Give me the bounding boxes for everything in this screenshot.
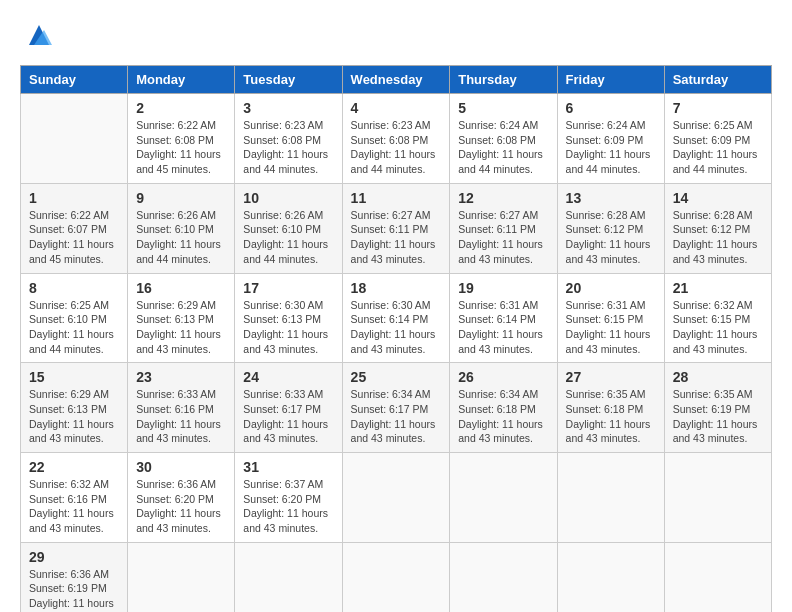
calendar-cell: 12Sunrise: 6:27 AMSunset: 6:11 PMDayligh…: [450, 183, 557, 273]
calendar-cell: 18Sunrise: 6:30 AMSunset: 6:14 PMDayligh…: [342, 273, 450, 363]
day-number: 3: [243, 100, 333, 116]
column-header-monday: Monday: [128, 66, 235, 94]
column-header-thursday: Thursday: [450, 66, 557, 94]
day-number: 21: [673, 280, 763, 296]
calendar-cell: 19Sunrise: 6:31 AMSunset: 6:14 PMDayligh…: [450, 273, 557, 363]
calendar-cell: [128, 542, 235, 612]
day-info: Sunrise: 6:30 AMSunset: 6:14 PMDaylight:…: [351, 298, 442, 357]
day-number: 2: [136, 100, 226, 116]
day-number: 8: [29, 280, 119, 296]
day-info: Sunrise: 6:31 AMSunset: 6:15 PMDaylight:…: [566, 298, 656, 357]
day-info: Sunrise: 6:30 AMSunset: 6:13 PMDaylight:…: [243, 298, 333, 357]
day-number: 20: [566, 280, 656, 296]
day-info: Sunrise: 6:37 AMSunset: 6:20 PMDaylight:…: [243, 477, 333, 536]
day-number: 24: [243, 369, 333, 385]
calendar-header-row: SundayMondayTuesdayWednesdayThursdayFrid…: [21, 66, 772, 94]
calendar-cell: 27Sunrise: 6:35 AMSunset: 6:18 PMDayligh…: [557, 363, 664, 453]
calendar-cell: [557, 542, 664, 612]
calendar-cell: 16Sunrise: 6:29 AMSunset: 6:13 PMDayligh…: [128, 273, 235, 363]
column-header-sunday: Sunday: [21, 66, 128, 94]
day-info: Sunrise: 6:36 AMSunset: 6:19 PMDaylight:…: [29, 567, 119, 612]
calendar-cell: 5Sunrise: 6:24 AMSunset: 6:08 PMDaylight…: [450, 94, 557, 184]
day-number: 14: [673, 190, 763, 206]
calendar-cell: 2Sunrise: 6:22 AMSunset: 6:08 PMDaylight…: [128, 94, 235, 184]
day-info: Sunrise: 6:22 AMSunset: 6:08 PMDaylight:…: [136, 118, 226, 177]
day-number: 13: [566, 190, 656, 206]
day-info: Sunrise: 6:33 AMSunset: 6:17 PMDaylight:…: [243, 387, 333, 446]
day-info: Sunrise: 6:31 AMSunset: 6:14 PMDaylight:…: [458, 298, 548, 357]
logo: [20, 20, 54, 55]
calendar-cell: 1Sunrise: 6:22 AMSunset: 6:07 PMDaylight…: [21, 183, 128, 273]
day-number: 5: [458, 100, 548, 116]
calendar-cell: [450, 542, 557, 612]
day-info: Sunrise: 6:28 AMSunset: 6:12 PMDaylight:…: [673, 208, 763, 267]
calendar-cell: [342, 453, 450, 543]
day-info: Sunrise: 6:32 AMSunset: 6:15 PMDaylight:…: [673, 298, 763, 357]
day-number: 1: [29, 190, 119, 206]
day-info: Sunrise: 6:23 AMSunset: 6:08 PMDaylight:…: [243, 118, 333, 177]
day-number: 22: [29, 459, 119, 475]
calendar-cell: 10Sunrise: 6:26 AMSunset: 6:10 PMDayligh…: [235, 183, 342, 273]
day-info: Sunrise: 6:27 AMSunset: 6:11 PMDaylight:…: [458, 208, 548, 267]
logo-icon: [24, 20, 54, 50]
calendar-cell: [450, 453, 557, 543]
day-info: Sunrise: 6:24 AMSunset: 6:08 PMDaylight:…: [458, 118, 548, 177]
day-info: Sunrise: 6:36 AMSunset: 6:20 PMDaylight:…: [136, 477, 226, 536]
calendar-cell: 3Sunrise: 6:23 AMSunset: 6:08 PMDaylight…: [235, 94, 342, 184]
calendar-cell: 6Sunrise: 6:24 AMSunset: 6:09 PMDaylight…: [557, 94, 664, 184]
day-info: Sunrise: 6:35 AMSunset: 6:18 PMDaylight:…: [566, 387, 656, 446]
calendar-cell: 13Sunrise: 6:28 AMSunset: 6:12 PMDayligh…: [557, 183, 664, 273]
calendar-cell: 8Sunrise: 6:25 AMSunset: 6:10 PMDaylight…: [21, 273, 128, 363]
calendar-cell: 9Sunrise: 6:26 AMSunset: 6:10 PMDaylight…: [128, 183, 235, 273]
day-number: 4: [351, 100, 442, 116]
calendar-cell: 26Sunrise: 6:34 AMSunset: 6:18 PMDayligh…: [450, 363, 557, 453]
calendar-cell: 28Sunrise: 6:35 AMSunset: 6:19 PMDayligh…: [664, 363, 771, 453]
day-number: 26: [458, 369, 548, 385]
calendar-cell: 25Sunrise: 6:34 AMSunset: 6:17 PMDayligh…: [342, 363, 450, 453]
calendar-cell: [235, 542, 342, 612]
day-info: Sunrise: 6:32 AMSunset: 6:16 PMDaylight:…: [29, 477, 119, 536]
calendar-week-4: 15Sunrise: 6:29 AMSunset: 6:13 PMDayligh…: [21, 363, 772, 453]
day-number: 9: [136, 190, 226, 206]
day-number: 6: [566, 100, 656, 116]
calendar-cell: [664, 453, 771, 543]
calendar-cell: 17Sunrise: 6:30 AMSunset: 6:13 PMDayligh…: [235, 273, 342, 363]
column-header-friday: Friday: [557, 66, 664, 94]
day-info: Sunrise: 6:26 AMSunset: 6:10 PMDaylight:…: [136, 208, 226, 267]
day-number: 25: [351, 369, 442, 385]
day-number: 19: [458, 280, 548, 296]
day-number: 29: [29, 549, 119, 565]
day-number: 31: [243, 459, 333, 475]
day-number: 7: [673, 100, 763, 116]
calendar-week-5: 22Sunrise: 6:32 AMSunset: 6:16 PMDayligh…: [21, 453, 772, 543]
column-header-wednesday: Wednesday: [342, 66, 450, 94]
logo-text: [20, 20, 54, 55]
day-number: 10: [243, 190, 333, 206]
day-info: Sunrise: 6:27 AMSunset: 6:11 PMDaylight:…: [351, 208, 442, 267]
calendar-cell: [664, 542, 771, 612]
calendar-table: SundayMondayTuesdayWednesdayThursdayFrid…: [20, 65, 772, 612]
calendar-cell: 29Sunrise: 6:36 AMSunset: 6:19 PMDayligh…: [21, 542, 128, 612]
calendar-cell: 15Sunrise: 6:29 AMSunset: 6:13 PMDayligh…: [21, 363, 128, 453]
calendar-week-6: 29Sunrise: 6:36 AMSunset: 6:19 PMDayligh…: [21, 542, 772, 612]
day-info: Sunrise: 6:22 AMSunset: 6:07 PMDaylight:…: [29, 208, 119, 267]
calendar-cell: [21, 94, 128, 184]
day-info: Sunrise: 6:28 AMSunset: 6:12 PMDaylight:…: [566, 208, 656, 267]
calendar-week-2: 1Sunrise: 6:22 AMSunset: 6:07 PMDaylight…: [21, 183, 772, 273]
calendar-cell: 7Sunrise: 6:25 AMSunset: 6:09 PMDaylight…: [664, 94, 771, 184]
calendar-week-3: 8Sunrise: 6:25 AMSunset: 6:10 PMDaylight…: [21, 273, 772, 363]
day-info: Sunrise: 6:34 AMSunset: 6:17 PMDaylight:…: [351, 387, 442, 446]
calendar-cell: [342, 542, 450, 612]
day-info: Sunrise: 6:33 AMSunset: 6:16 PMDaylight:…: [136, 387, 226, 446]
day-info: Sunrise: 6:25 AMSunset: 6:09 PMDaylight:…: [673, 118, 763, 177]
calendar-cell: 4Sunrise: 6:23 AMSunset: 6:08 PMDaylight…: [342, 94, 450, 184]
day-number: 28: [673, 369, 763, 385]
calendar-week-1: 2Sunrise: 6:22 AMSunset: 6:08 PMDaylight…: [21, 94, 772, 184]
calendar-cell: 24Sunrise: 6:33 AMSunset: 6:17 PMDayligh…: [235, 363, 342, 453]
calendar-cell: 14Sunrise: 6:28 AMSunset: 6:12 PMDayligh…: [664, 183, 771, 273]
calendar-cell: 30Sunrise: 6:36 AMSunset: 6:20 PMDayligh…: [128, 453, 235, 543]
day-info: Sunrise: 6:25 AMSunset: 6:10 PMDaylight:…: [29, 298, 119, 357]
calendar-cell: 31Sunrise: 6:37 AMSunset: 6:20 PMDayligh…: [235, 453, 342, 543]
calendar-cell: 21Sunrise: 6:32 AMSunset: 6:15 PMDayligh…: [664, 273, 771, 363]
day-info: Sunrise: 6:35 AMSunset: 6:19 PMDaylight:…: [673, 387, 763, 446]
